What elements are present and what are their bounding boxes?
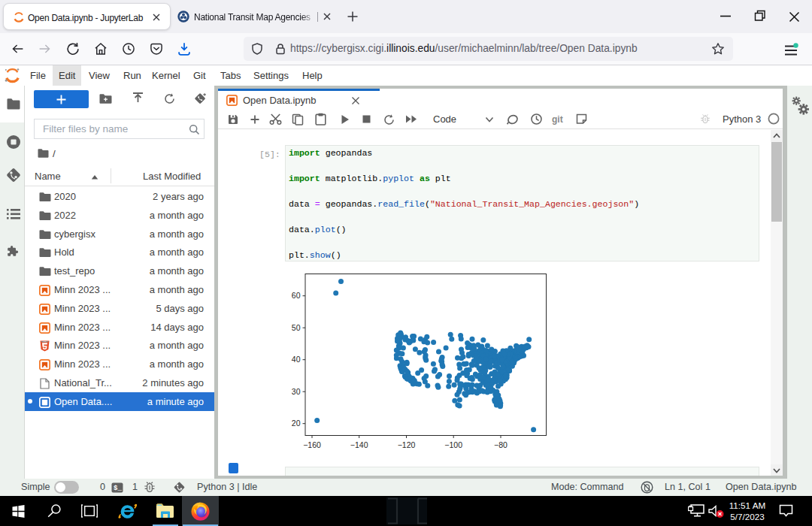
svg-text:40: 40 — [292, 355, 301, 364]
svg-text:−80: −80 — [494, 440, 508, 449]
svg-text:−100: −100 — [444, 440, 462, 449]
svg-text:−120: −120 — [398, 440, 416, 449]
svg-text:−160: −160 — [303, 440, 321, 449]
svg-text:20: 20 — [292, 419, 301, 428]
svg-text:50: 50 — [292, 323, 301, 332]
svg-text:30: 30 — [292, 387, 301, 396]
svg-text:60: 60 — [292, 291, 301, 300]
svg-text:$_: $_ — [114, 485, 122, 492]
svg-text:−140: −140 — [350, 440, 368, 449]
